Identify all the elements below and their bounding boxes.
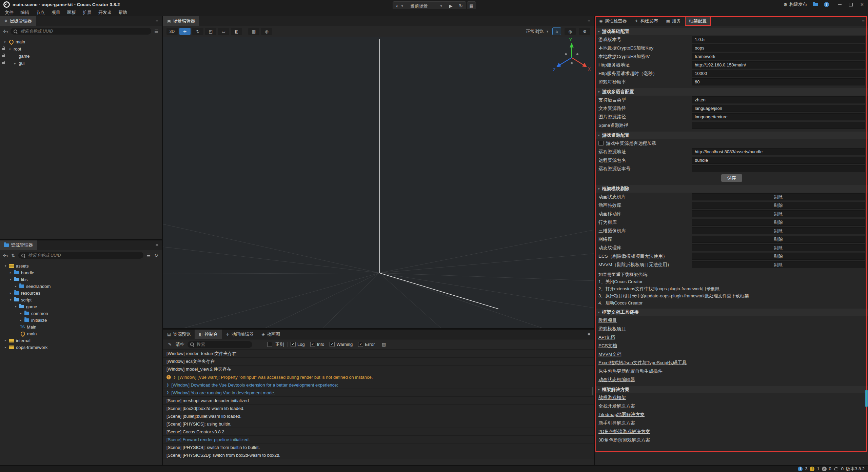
doc-link[interactable]: 教程项目: [595, 316, 868, 324]
panel-menu-icon[interactable]: ≡: [156, 240, 162, 250]
log-filter-info[interactable]: ✓Info: [310, 342, 324, 347]
asset-node[interactable]: ▾assets: [0, 262, 162, 269]
maximize-button[interactable]: [849, 3, 853, 6]
console-search-input[interactable]: [196, 342, 235, 347]
config-input[interactable]: [692, 44, 865, 52]
inspector-scrollbar[interactable]: [865, 390, 868, 407]
expand-arrow-icon[interactable]: ❯: [166, 383, 169, 387]
config-input[interactable]: [692, 53, 865, 60]
doc-link[interactable]: 原生包热更新配置自动生成插件: [595, 367, 868, 375]
panel-menu-icon[interactable]: ≡: [588, 16, 594, 26]
minimize-button[interactable]: [838, 4, 842, 5]
add-asset-button[interactable]: ✛▾: [3, 253, 8, 258]
hierarchy-node[interactable]: ▾root: [0, 45, 162, 53]
console-search[interactable]: [188, 341, 252, 348]
expand-arrow-icon[interactable]: ❯: [173, 375, 176, 379]
console-tab[interactable]: ◧控制台: [195, 330, 222, 339]
doc-link[interactable]: Tiledmap地图解决方案: [595, 410, 868, 419]
module-remove-button[interactable]: 剔除: [692, 236, 865, 243]
scene-viewport[interactable]: X Z Y: [163, 37, 594, 328]
menu-item[interactable]: 扩展: [79, 9, 95, 16]
hierarchy-node[interactable]: game: [0, 53, 162, 60]
expand-arrow-icon[interactable]: ▸: [10, 271, 14, 274]
menu-item[interactable]: 节点: [33, 9, 48, 16]
module-remove-button[interactable]: 剔除: [692, 210, 865, 217]
asset-node[interactable]: ▾script: [0, 296, 162, 303]
asset-node[interactable]: main: [0, 330, 162, 337]
expand-arrow-icon[interactable]: ▾: [4, 40, 8, 44]
config-input[interactable]: [692, 36, 865, 43]
inspector-tab-item[interactable]: ▦服务: [662, 16, 685, 26]
transform-tool-button[interactable]: ◧: [231, 28, 242, 35]
checkbox-checked-icon[interactable]: ✓: [330, 342, 335, 347]
expand-arrow-icon[interactable]: ❯: [166, 391, 169, 394]
config-input[interactable]: [692, 96, 865, 103]
doc-link[interactable]: 2D角色扮演游戏解决方案: [595, 427, 868, 436]
clear-console-label[interactable]: 清空: [176, 341, 184, 348]
warning-badge-icon[interactable]: !: [810, 467, 814, 471]
expand-arrow-icon[interactable]: ▸: [10, 291, 14, 295]
expand-arrow-icon[interactable]: ▸: [20, 318, 24, 322]
doc-link[interactable]: ECS文档: [595, 341, 868, 350]
move-tool-button[interactable]: ✛: [179, 28, 191, 35]
doc-link[interactable]: 3D角色扮演游戏解决方案: [595, 436, 868, 444]
asset-node[interactable]: ▸initialize: [0, 317, 162, 323]
config-input[interactable]: [692, 157, 865, 164]
expand-arrow-icon[interactable]: ▾: [5, 264, 9, 268]
hierarchy-node[interactable]: ▸gui: [0, 60, 162, 67]
doc-link[interactable]: 游戏模板项目: [595, 324, 868, 333]
expand-arrow-icon[interactable]: ▸: [5, 346, 9, 349]
config-input[interactable]: [692, 105, 865, 112]
pivot-toggle-button[interactable]: ▦: [248, 28, 259, 35]
menu-item[interactable]: 开发者: [95, 9, 115, 16]
config-input[interactable]: [692, 122, 865, 129]
hierarchy-filter-icon[interactable]: ☰: [154, 29, 159, 34]
console-tab[interactable]: ▤资源预览: [163, 330, 195, 339]
build-publish-button[interactable]: ⚙ 构建发布: [783, 1, 807, 7]
tab-scene-editor[interactable]: ▣ 场景编辑器: [163, 16, 199, 26]
doc-link[interactable]: 全栈开发解决方案: [595, 402, 868, 410]
error-badge-icon[interactable]: ✕: [822, 467, 827, 471]
save-button[interactable]: 保存: [721, 174, 742, 182]
doc-link[interactable]: 战棋游戏框架: [595, 393, 868, 402]
hierarchy-node[interactable]: ▾main: [0, 38, 162, 45]
module-remove-button[interactable]: 剔除: [692, 219, 865, 226]
console-scrollbar[interactable]: [592, 387, 593, 395]
expand-arrow-icon[interactable]: ▸: [14, 62, 19, 65]
config-input[interactable]: [692, 165, 865, 172]
config-input[interactable]: [692, 61, 865, 68]
collapse-logs-icon[interactable]: ▤: [381, 342, 387, 347]
checkbox-checked-icon[interactable]: ✓: [358, 342, 363, 347]
menu-item[interactable]: 文件: [1, 9, 17, 16]
hierarchy-search-input[interactable]: [20, 28, 148, 34]
checkbox-checked-icon[interactable]: ✓: [291, 342, 296, 347]
expand-arrow-icon[interactable]: ▾: [10, 298, 14, 301]
help-icon[interactable]: ?: [824, 2, 829, 7]
section-header[interactable]: ▾框架文档工具链接: [595, 309, 868, 316]
doc-link[interactable]: Excel格式转Json文件与TypeScript代码工具: [595, 358, 868, 367]
config-input[interactable]: [692, 113, 865, 120]
module-remove-button[interactable]: 剔除: [692, 202, 865, 209]
asset-node[interactable]: ▸common: [0, 310, 162, 317]
log-filter-log[interactable]: ✓Log: [291, 342, 305, 347]
hierarchy-search[interactable]: [11, 28, 151, 35]
assets-filter-icon[interactable]: ☰: [146, 253, 151, 258]
clear-console-button[interactable]: ✎: [167, 342, 173, 347]
assets-search-input[interactable]: [27, 253, 140, 258]
expand-arrow-icon[interactable]: ▸: [5, 339, 9, 342]
assets-search[interactable]: [18, 252, 143, 259]
asset-node[interactable]: ▸oops-framework: [0, 344, 162, 351]
info-badge-icon[interactable]: i: [798, 467, 803, 471]
panel-menu-icon[interactable]: ≡: [588, 330, 594, 339]
asset-node[interactable]: ▸bundle: [0, 269, 162, 276]
bell-icon[interactable]: [834, 467, 838, 470]
log-filter-error[interactable]: ✓Error: [358, 342, 375, 347]
sort-assets-icon[interactable]: ⇅: [11, 253, 16, 258]
expand-arrow-icon[interactable]: ▸: [20, 312, 24, 315]
lighting-toggle-button[interactable]: ☼: [552, 27, 561, 35]
checkbox-checked-icon[interactable]: ✓: [310, 342, 315, 347]
asset-node[interactable]: ▸resources: [0, 290, 162, 296]
section-header[interactable]: ▾游戏基础配置: [595, 28, 868, 35]
coordinate-toggle-button[interactable]: ◎: [261, 28, 272, 35]
module-remove-button[interactable]: 剔除: [692, 193, 865, 200]
